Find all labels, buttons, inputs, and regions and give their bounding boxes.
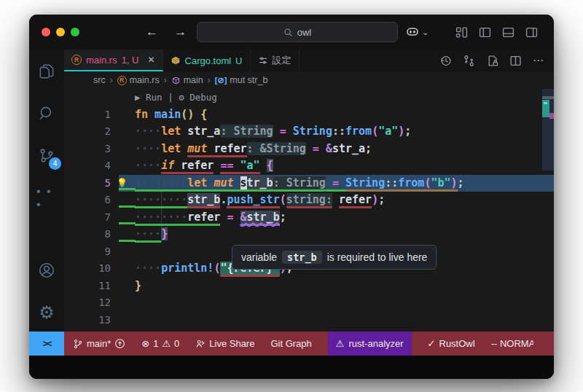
warnings-icon: ⚠	[162, 338, 171, 349]
line-number: 7	[64, 209, 111, 227]
breadcrumb-src[interactable]: src	[93, 75, 106, 85]
tab-settings[interactable]: 設定	[251, 50, 300, 71]
command-center-search[interactable]: owl	[197, 22, 398, 42]
breadcrumb-separator: ›	[110, 75, 113, 85]
git-graph-item[interactable]: Git Graph	[270, 338, 311, 349]
breadcrumb-separator: ›	[208, 75, 211, 85]
line-number: 6	[64, 192, 111, 209]
toggle-sidebar-icon[interactable]	[479, 26, 491, 39]
minimize-window-button[interactable]	[56, 28, 65, 36]
compare-changes-icon[interactable]	[463, 55, 475, 67]
editor[interactable]: ▶ Run | ⚙ Debug1fn main() {2····let str_…	[64, 89, 554, 332]
forward-button[interactable]: →	[174, 25, 187, 39]
explorer-icon[interactable]	[36, 61, 57, 82]
line-number: 2	[64, 123, 111, 141]
scm-badge: 4	[49, 157, 61, 170]
line-number: 1	[64, 106, 111, 124]
owl-lifetime-underline	[119, 222, 136, 224]
line-number: 11	[64, 278, 111, 295]
more-views-icon[interactable]: • • •	[36, 188, 57, 208]
problems-item[interactable]: ⊗ 1 ⚠ 0	[141, 338, 179, 349]
rustowl-item[interactable]: ✓ RustOwl	[428, 338, 475, 349]
code-line[interactable]: 7········refer = &str_b;	[64, 209, 554, 227]
code-line[interactable]: 4····if refer == "a" {	[64, 157, 554, 175]
errors-icon: ⊗	[141, 338, 149, 349]
code-line[interactable]: 6········str_b.push_str(string: refer);	[64, 192, 554, 209]
breadcrumb: src › R main.rs › main › [⊘] mut str_b	[64, 71, 554, 89]
tooltip-code-chip: str_b	[282, 251, 322, 264]
line-number: 4	[64, 157, 111, 175]
symbol-function-icon	[171, 76, 181, 85]
rust-analyzer-item[interactable]: ⚠ rust-analyzer	[328, 332, 412, 356]
timeline-history-icon[interactable]	[439, 55, 452, 67]
tab-decoration: U	[235, 55, 242, 66]
copilot-menu[interactable]: ⌄	[405, 25, 429, 39]
rustowl-tooltip: variable str_b is required to live here	[232, 245, 437, 270]
vim-mode-indicator: -- NORMAL	[491, 338, 533, 349]
rust-file-icon: R	[117, 76, 127, 85]
git-branch-item[interactable]: main*	[73, 338, 125, 349]
zoom-window-button[interactable]	[71, 28, 79, 36]
code-line[interactable]: 2····let str_a: String = String::from("a…	[64, 123, 554, 141]
breadcrumb-main-fn[interactable]: main	[171, 75, 203, 85]
breadcrumb-main-rs[interactable]: R main.rs	[117, 75, 160, 85]
cargo-file-icon	[171, 55, 181, 66]
remote-indicator[interactable]: ><	[29, 332, 64, 356]
customize-layout-icon[interactable]	[455, 26, 468, 39]
vscode-window: ← → owl ⌄	[29, 15, 554, 379]
rust-analyzer-warning-icon: ⚠	[336, 338, 345, 349]
rustowl-check-icon: ✓	[428, 338, 436, 349]
settings-gear-icon[interactable]: ⚙	[36, 302, 57, 323]
symbol-variable-icon: [⊘]	[215, 76, 227, 85]
code-line[interactable]: 12	[64, 294, 554, 312]
split-editor-icon[interactable]	[509, 55, 522, 67]
tab-cargo-toml[interactable]: Cargo.toml U	[163, 50, 251, 71]
search-text: owl	[297, 27, 312, 38]
code-line[interactable]: 1fn main() {	[64, 106, 554, 124]
tab-label: 設定	[273, 54, 292, 67]
minimap[interactable]	[542, 89, 554, 170]
account-icon[interactable]	[36, 260, 57, 281]
source-control-icon[interactable]: 4	[36, 146, 57, 166]
line-number	[64, 89, 111, 106]
owl-lifetime-underline	[119, 240, 136, 242]
owl-lifetime-underline	[119, 188, 136, 190]
live-share-icon	[195, 339, 206, 349]
window-bottom-area	[29, 356, 554, 379]
tab-bar: R main.rs 1, U ✕ Cargo.toml U 設定	[64, 50, 554, 71]
publish-cloud-icon	[114, 338, 125, 349]
line-number: 10	[64, 260, 111, 278]
code-line[interactable]: 3····let mut refer: &String = &str_a;	[64, 141, 554, 158]
more-actions-icon[interactable]: ⋯	[533, 54, 544, 67]
rust-file-icon: R	[71, 55, 82, 65]
tab-label: Cargo.toml	[185, 55, 232, 66]
live-share-item[interactable]: Live Share	[195, 338, 254, 349]
title-bar: ← → owl ⌄	[29, 15, 554, 50]
code-lines: ▶ Run | ⚙ Debug1fn main() {2····let str_…	[64, 89, 554, 329]
tab-label: main.rs	[86, 55, 117, 66]
code-line[interactable]: ▶ Run | ⚙ Debug	[64, 89, 554, 106]
activity-bar: 4 • • • ⚙	[29, 50, 64, 332]
code-line[interactable]: 11}	[64, 278, 554, 295]
code-line[interactable]: 8····}	[64, 226, 554, 243]
breadcrumb-symbol[interactable]: [⊘] mut str_b	[215, 75, 268, 85]
line-number: 5	[64, 175, 111, 192]
copilot-icon	[405, 25, 420, 39]
close-window-button[interactable]	[42, 28, 50, 36]
line-number: 12	[64, 294, 111, 312]
sliders-icon	[258, 55, 268, 66]
line-number: 8	[64, 226, 111, 243]
close-tab-icon[interactable]: ✕	[147, 55, 154, 65]
code-line[interactable]: 13	[64, 312, 554, 329]
search-view-icon[interactable]	[36, 103, 57, 124]
toggle-panel-icon[interactable]	[502, 26, 514, 39]
tab-main-rs[interactable]: R main.rs 1, U ✕	[64, 50, 163, 71]
search-icon	[283, 28, 293, 37]
toggle-secondary-sidebar-icon[interactable]	[525, 26, 538, 39]
back-button[interactable]: ←	[146, 25, 158, 39]
breadcrumb-separator: ›	[164, 75, 167, 85]
owl-lifetime-underline	[119, 205, 136, 208]
locked-file-icon[interactable]	[486, 55, 498, 67]
code-line[interactable]: 5💡········let mut str_b: String = String…	[64, 175, 554, 192]
line-number: 3	[64, 141, 111, 158]
